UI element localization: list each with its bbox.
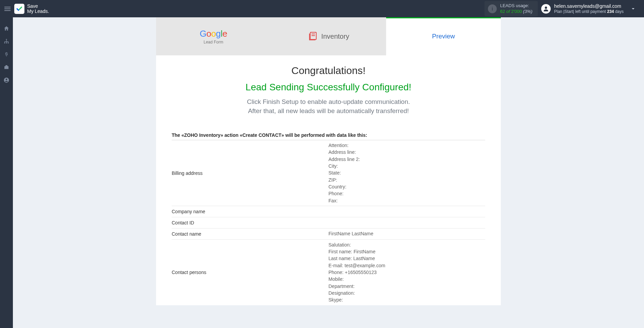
leads-total: 2'000 bbox=[511, 9, 522, 14]
avatar-icon bbox=[541, 4, 551, 14]
svg-point-7 bbox=[6, 42, 7, 43]
instruction-text: Click Finish Setup to enable auto-update… bbox=[156, 97, 501, 115]
row-label: Company name bbox=[172, 206, 328, 217]
leads-used: 62 bbox=[500, 9, 505, 14]
content: Google Lead Form Inventory Preview Congr… bbox=[13, 17, 644, 305]
chevron-down-icon[interactable] bbox=[626, 6, 640, 12]
info-icon: i bbox=[488, 4, 497, 13]
leads-usage-label: LEADS usage: bbox=[500, 3, 532, 9]
leads-usage-numbers: 62 of 2'000 (3%) bbox=[500, 9, 532, 15]
account-menu[interactable]: helen.savemyleads@gmail.com Plan |Start|… bbox=[541, 3, 626, 14]
panel-body: Congratulations! Lead Sending Successful… bbox=[156, 55, 501, 305]
row-label: Contact name bbox=[172, 229, 328, 239]
left-sidebar bbox=[0, 17, 13, 305]
top-header: Save My Leads. i LEADS usage: 62 of 2'00… bbox=[0, 0, 644, 17]
logo-line1: Save bbox=[27, 4, 49, 9]
table-row: Contact name FirstName LastName bbox=[172, 229, 485, 240]
leads-usage-text: LEADS usage: 62 of 2'000 (3%) bbox=[500, 3, 532, 15]
inventory-icon bbox=[308, 31, 318, 42]
svg-point-4 bbox=[6, 39, 7, 40]
account-text: helen.savemyleads@gmail.com Plan |Start|… bbox=[554, 3, 624, 14]
sidebar-item-home[interactable] bbox=[0, 25, 13, 32]
data-table: Billing address Attention: Address line:… bbox=[172, 140, 485, 305]
account-plan: Plan |Start| left until payment 234 days bbox=[554, 9, 624, 14]
account-email: helen.savemyleads@gmail.com bbox=[554, 3, 624, 9]
tab-preview[interactable]: Preview bbox=[386, 17, 501, 55]
action-intro: The «ZOHO Inventory» action «Create CONT… bbox=[172, 132, 485, 140]
tab-destination-label-wrap: Inventory bbox=[308, 31, 349, 42]
row-label: Contact persons bbox=[172, 240, 328, 305]
tab-source[interactable]: Google Lead Form bbox=[156, 17, 271, 55]
logo[interactable]: Save My Leads. bbox=[14, 4, 49, 14]
row-value: FirstName LastName bbox=[328, 229, 485, 239]
svg-point-3 bbox=[545, 6, 547, 9]
congrats-title: Congratulations! bbox=[156, 65, 501, 76]
instruction-line1: Click Finish Setup to enable auto-update… bbox=[156, 97, 501, 107]
tabs-row: Google Lead Form Inventory Preview bbox=[156, 17, 501, 55]
svg-rect-0 bbox=[4, 7, 11, 7]
leads-pct: (3%) bbox=[523, 9, 532, 14]
svg-point-8 bbox=[8, 42, 9, 43]
main-panel: Google Lead Form Inventory Preview Congr… bbox=[156, 17, 501, 305]
table-row: Billing address Attention: Address line:… bbox=[172, 140, 485, 206]
table-row: Contact ID bbox=[172, 217, 485, 229]
plan-suffix: days bbox=[614, 9, 624, 14]
logo-icon bbox=[14, 4, 24, 14]
sidebar-item-profile[interactable] bbox=[0, 76, 13, 84]
instruction-line2: After that, all new leads will be automa… bbox=[156, 107, 501, 116]
svg-point-6 bbox=[4, 42, 5, 43]
tab-destination-label: Inventory bbox=[321, 33, 349, 40]
row-value: Attention: Address line: Address line 2:… bbox=[328, 140, 485, 206]
plan-mid: | left until payment bbox=[573, 9, 607, 14]
success-message: Lead Sending Successfully Configured! bbox=[156, 82, 501, 93]
table-row: Company name bbox=[172, 206, 485, 217]
leads-usage-widget[interactable]: i LEADS usage: 62 of 2'000 (3%) bbox=[485, 1, 538, 17]
row-value bbox=[328, 206, 485, 217]
row-label: Billing address bbox=[172, 140, 328, 206]
logo-text: Save My Leads. bbox=[27, 4, 49, 14]
menu-toggle-icon[interactable] bbox=[4, 5, 11, 12]
svg-rect-2 bbox=[4, 10, 11, 11]
plan-prefix: Plan | bbox=[554, 9, 564, 14]
sidebar-item-flows[interactable] bbox=[0, 38, 13, 45]
plan-name: Start bbox=[564, 9, 573, 14]
table-row: Contact persons Salutation: First name: … bbox=[172, 240, 485, 305]
svg-rect-1 bbox=[4, 8, 11, 9]
row-value bbox=[328, 217, 485, 228]
svg-point-10 bbox=[6, 79, 7, 80]
row-label: Contact ID bbox=[172, 217, 328, 228]
svg-rect-5 bbox=[6, 40, 7, 41]
logo-line2: My Leads. bbox=[27, 9, 49, 14]
tab-preview-label: Preview bbox=[432, 33, 455, 40]
tab-source-sub: Lead Form bbox=[204, 40, 223, 44]
sidebar-item-billing[interactable] bbox=[0, 51, 13, 58]
google-logo: Google bbox=[200, 29, 227, 39]
leads-of: of bbox=[506, 9, 510, 14]
sidebar-item-toolbox[interactable] bbox=[0, 63, 13, 71]
plan-days: 234 bbox=[607, 9, 614, 14]
row-value: Salutation: First name: FirstName Last n… bbox=[328, 240, 485, 305]
tab-destination[interactable]: Inventory bbox=[271, 17, 386, 55]
